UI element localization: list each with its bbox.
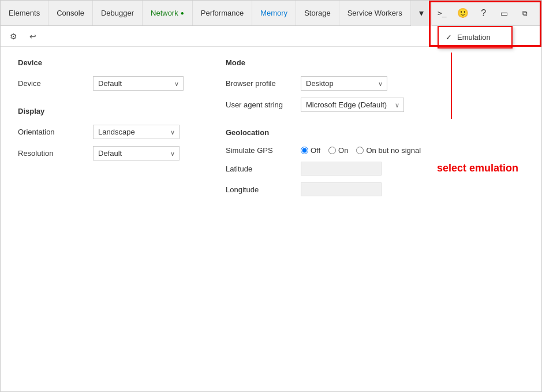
device-section: Device Device Default Samsung Galaxy S5 … xyxy=(18,58,191,91)
browser-profile-label: Browser profile xyxy=(226,79,295,88)
geolocation-section: Geolocation Simulate GPS Off On xyxy=(226,128,421,196)
radio-on-label[interactable]: On xyxy=(328,146,348,155)
left-column: Device Device Default Samsung Galaxy S5 … xyxy=(18,58,191,380)
annotation-text: select emulation xyxy=(437,162,518,174)
close-button[interactable]: ✕ xyxy=(536,1,542,26)
main-content: Device Device Default Samsung Galaxy S5 … xyxy=(1,47,541,391)
latitude-row: Latitude xyxy=(226,162,421,176)
display-section: Display Orientation Landscape Portrait R… xyxy=(18,107,191,160)
mode-section: Mode Browser profile Desktop Mobile User… xyxy=(226,58,421,112)
user-agent-label: User agent string xyxy=(226,100,295,109)
browser-profile-select[interactable]: Desktop Mobile xyxy=(301,76,387,91)
console-button[interactable]: >_ xyxy=(432,1,453,26)
emoji-button[interactable]: 🙂 xyxy=(453,1,473,26)
settings-icon: ⚙ xyxy=(10,32,17,41)
device-select[interactable]: Default Samsung Galaxy S5 iPhone 6/7/8 i… xyxy=(93,76,184,91)
orientation-row: Orientation Landscape Portrait xyxy=(18,125,191,139)
radio-off[interactable] xyxy=(301,147,308,154)
back-button[interactable]: ↩ xyxy=(25,28,41,44)
orientation-select[interactable]: Landscape Portrait xyxy=(93,125,180,139)
devtools-window: Elements Console Debugger Network ● Perf… xyxy=(0,0,542,392)
device-section-title: Device xyxy=(18,58,191,67)
orientation-label: Orientation xyxy=(18,128,87,136)
browser-profile-row: Browser profile Desktop Mobile xyxy=(226,76,421,91)
browser-profile-select-wrapper: Desktop Mobile xyxy=(301,76,387,91)
tab-service-workers[interactable]: Service Workers xyxy=(339,1,411,25)
radio-group: Off On On but no signal xyxy=(301,146,421,155)
annotation-line xyxy=(451,53,452,119)
radio-no-signal-label[interactable]: On but no signal xyxy=(356,146,421,155)
tab-performance[interactable]: Performance xyxy=(193,1,252,25)
geolocation-section-title: Geolocation xyxy=(226,128,421,137)
tab-debugger[interactable]: Debugger xyxy=(93,1,143,25)
settings-button[interactable]: ⚙ xyxy=(5,28,21,44)
tab-network[interactable]: Network ● xyxy=(143,1,193,25)
latitude-label: Latitude xyxy=(226,165,295,173)
dropdown-arrow-button[interactable]: ▾ xyxy=(411,1,432,26)
user-agent-select-wrapper: Microsoft Edge (Default) Chrome Firefox … xyxy=(301,98,404,112)
device-select-wrapper: Default Samsung Galaxy S5 iPhone 6/7/8 i… xyxy=(93,76,184,91)
longitude-input xyxy=(301,182,382,196)
latitude-input xyxy=(301,162,382,176)
resolution-row: Resolution Default 1280x768 1920x1080 xyxy=(18,146,191,160)
dropdown-menu: ✓ Emulation xyxy=(438,26,513,48)
radio-no-signal[interactable] xyxy=(356,147,364,154)
tab-storage[interactable]: Storage xyxy=(296,1,339,25)
device-label: Device xyxy=(18,79,87,88)
help-button[interactable]: ? xyxy=(473,1,494,26)
simulate-gps-row: Simulate GPS Off On On but no signal xyxy=(226,146,421,155)
radio-off-label[interactable]: Off xyxy=(301,146,320,155)
user-agent-select[interactable]: Microsoft Edge (Default) Chrome Firefox … xyxy=(301,98,404,112)
window-button[interactable]: ⧉ xyxy=(515,1,536,26)
mode-section-title: Mode xyxy=(226,58,421,67)
longitude-row: Longitude xyxy=(226,182,421,196)
screen-button[interactable]: ▭ xyxy=(494,1,515,26)
radio-on[interactable] xyxy=(328,147,336,154)
resolution-select[interactable]: Default 1280x768 1920x1080 xyxy=(93,146,180,160)
orientation-select-wrapper: Landscape Portrait xyxy=(93,125,180,139)
emulation-menu-item[interactable]: ✓ Emulation xyxy=(439,29,511,45)
user-agent-row: User agent string Microsoft Edge (Defaul… xyxy=(226,98,421,112)
toolbar-icons: ▾ >_ 🙂 ? ▭ ⧉ ✕ xyxy=(411,1,542,25)
longitude-label: Longitude xyxy=(226,185,295,194)
right-column: Mode Browser profile Desktop Mobile User… xyxy=(226,58,421,380)
emulation-checkmark: ✓ xyxy=(446,33,454,42)
tab-bar: Elements Console Debugger Network ● Perf… xyxy=(1,1,541,26)
network-indicator: ● xyxy=(181,10,184,16)
device-row: Device Default Samsung Galaxy S5 iPhone … xyxy=(18,76,191,91)
resolution-select-wrapper: Default 1280x768 1920x1080 xyxy=(93,146,180,160)
tab-elements[interactable]: Elements xyxy=(1,1,48,25)
display-section-title: Display xyxy=(18,107,191,115)
resolution-label: Resolution xyxy=(18,149,87,158)
back-icon: ↩ xyxy=(29,32,36,41)
simulate-gps-label: Simulate GPS xyxy=(226,146,295,155)
tab-console[interactable]: Console xyxy=(48,1,93,25)
tab-memory[interactable]: Memory xyxy=(252,1,296,25)
